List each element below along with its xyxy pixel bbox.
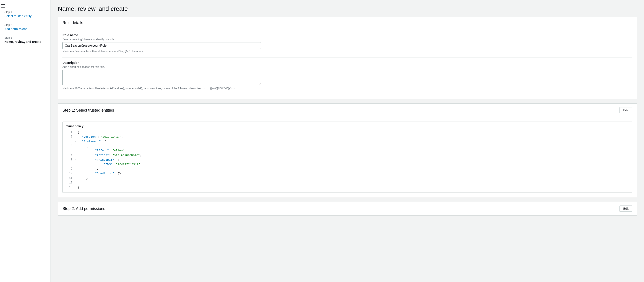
- hamburger-menu[interactable]: [0, 4, 50, 9]
- code-line-3: 3 - "Statement": [: [66, 139, 628, 144]
- code-line-5: 5 "Effect": "Allow",: [66, 149, 628, 153]
- role-name-field: Role name Enter a meaningful name to ide…: [62, 33, 632, 53]
- description-field: Description Add a short explanation for …: [62, 61, 632, 90]
- step2-section-title: Step 2: Add permissions: [62, 206, 105, 211]
- step1-section-title: Step 1: Select trusted entities: [62, 108, 114, 113]
- sidebar-step-1: Step 1 Select trusted entity: [0, 9, 50, 21]
- step1-label: Step 1: [4, 11, 46, 14]
- description-constraint: Maximum 1000 characters. Use letters (A-…: [62, 87, 632, 90]
- trust-policy-title: Trust policy: [66, 124, 628, 128]
- step2-section-header: Step 2: Add permissions Edit: [58, 202, 637, 215]
- code-line-11: 11 }: [66, 176, 628, 181]
- step1-link[interactable]: Select trusted entity: [4, 14, 32, 18]
- code-line-10: 10 "Condition": {}: [66, 172, 628, 176]
- step2-edit-button[interactable]: Edit: [620, 206, 632, 212]
- step3-current: Name, review, and create: [4, 40, 46, 44]
- sidebar-step-3: Step 3 Name, review, and create: [0, 34, 50, 47]
- trust-policy-box: Trust policy 1 - { 2 "Version": "2012-10…: [62, 121, 632, 193]
- role-name-input[interactable]: [62, 42, 261, 49]
- step1-section: Step 1: Select trusted entities Edit Tru…: [58, 103, 637, 197]
- role-name-label: Role name: [62, 33, 632, 37]
- code-block: 1 - { 2 "Version": "2012-10-17", 3 -: [66, 130, 628, 190]
- role-details-body: Role name Enter a meaningful name to ide…: [58, 29, 637, 99]
- role-name-hint: Enter a meaningful name to identify this…: [62, 38, 632, 41]
- code-line-12: 12 ]: [66, 181, 628, 185]
- code-line-6: 6 "Action": "sts:AssumeRole",: [66, 153, 628, 158]
- description-textarea[interactable]: [62, 70, 261, 85]
- code-line-9: 9 },: [66, 167, 628, 172]
- description-hint: Add a short explanation for this role.: [62, 65, 632, 69]
- role-details-title: Role details: [62, 21, 632, 25]
- code-line-2: 2 "Version": "2012-10-17",: [66, 135, 628, 139]
- step2-label: Step 2: [4, 24, 46, 27]
- main-content: Name, review, and create Role details Ro…: [51, 0, 644, 282]
- code-line-4: 4 - {: [66, 144, 628, 149]
- code-line-13: 13 }: [66, 185, 628, 190]
- step1-section-body: Trust policy 1 - { 2 "Version": "2012-10…: [58, 117, 637, 197]
- sidebar-step-2: Step 2 Add permissions: [0, 21, 50, 34]
- role-name-constraint: Maximum 64 characters. Use alphanumeric …: [62, 50, 632, 53]
- step2-section: Step 2: Add permissions Edit: [58, 202, 637, 216]
- sidebar: Step 1 Select trusted entity Step 2 Add …: [0, 0, 51, 282]
- step1-edit-button[interactable]: Edit: [620, 107, 632, 113]
- code-line-8: 8 "AWS": "264817245310": [66, 163, 628, 167]
- step3-label: Step 3: [4, 36, 46, 39]
- code-line-7: 7 - "Principal": {: [66, 158, 628, 163]
- description-label: Description: [62, 61, 632, 65]
- role-details-header: Role details: [58, 17, 637, 29]
- step1-section-header: Step 1: Select trusted entities Edit: [58, 104, 637, 117]
- step2-link[interactable]: Add permissions: [4, 27, 27, 31]
- role-details-card: Role details Role name Enter a meaningfu…: [58, 17, 637, 99]
- page-title: Name, review, and create: [58, 5, 637, 12]
- code-line-1: 1 - {: [66, 130, 628, 135]
